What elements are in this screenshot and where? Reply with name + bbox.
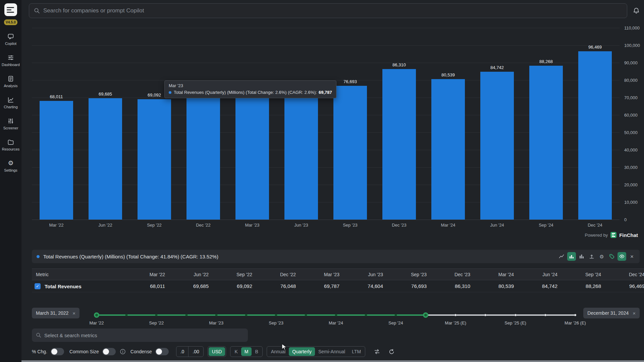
range-dot	[305, 314, 307, 316]
range-dot	[335, 314, 337, 316]
metric-value-cell: 69,787	[302, 280, 345, 292]
sidebar-item-screener[interactable]: Screener	[0, 118, 21, 130]
sidebar-item-dashboard[interactable]: Dashboard	[0, 54, 21, 67]
bar-value-label: 68,011	[50, 94, 63, 99]
column-header: Jun '22	[171, 269, 215, 280]
bar-value-label: 96,469	[588, 45, 602, 50]
refresh-icon[interactable]	[389, 349, 394, 355]
range-ticks: Mar '22Sep '22Mar '23Sep '23Mar '24Sep '…	[97, 320, 575, 326]
row-checkbox-checked[interactable]: ✓	[35, 283, 41, 289]
range-handle-start[interactable]	[94, 312, 99, 318]
range-handle-end[interactable]	[423, 312, 428, 318]
revenue-bar[interactable]	[333, 86, 367, 220]
column-header: Metric	[32, 269, 127, 280]
column-header: Mar '24	[476, 269, 520, 280]
screener-icon	[7, 118, 14, 124]
revenue-bar[interactable]	[235, 98, 269, 220]
tooltip-title: Mar '23	[169, 83, 332, 88]
notifications-bell-icon[interactable]	[633, 7, 640, 14]
close-icon[interactable]: ×	[72, 311, 75, 316]
plot-area: 68,01169,68569,09276,04869,78774,60476,6…	[32, 28, 620, 220]
range-tick-label: Sep '25 (E)	[504, 320, 526, 325]
range-start-pill[interactable]: March 31, 2022 ×	[32, 308, 79, 318]
bar-value-label: 84,742	[490, 65, 504, 70]
sidebar-item-charting[interactable]: Charting	[0, 97, 21, 109]
x-axis-tick: Jun '23	[277, 223, 326, 228]
range-end-pill[interactable]: December 31, 2024 ×	[583, 308, 640, 318]
decimal-one-button[interactable]: .0	[176, 347, 189, 357]
revenue-bar[interactable]	[480, 72, 514, 220]
bar-chart-icon[interactable]	[567, 252, 576, 261]
metric-value-cell: 74,604	[345, 280, 389, 292]
scale-b-button[interactable]: B	[252, 347, 261, 356]
bar-slot: 86,310	[375, 28, 424, 220]
period-quarterly-button[interactable]: Quarterly	[289, 347, 315, 356]
series-label: Total Revenues (Quarterly) (Millions) (T…	[43, 254, 218, 259]
revenue-bar[interactable]	[382, 69, 416, 220]
column-header: Mar '23	[302, 269, 345, 280]
global-search[interactable]	[29, 3, 627, 18]
sidebar-item-resources[interactable]: Resources	[0, 139, 21, 151]
currency-usd-button[interactable]: USD	[209, 347, 225, 356]
sidebar-item-copilot[interactable]: Copilot	[0, 33, 21, 46]
scale-m-button[interactable]: M	[241, 347, 252, 356]
app-logo[interactable]	[4, 3, 17, 16]
bar-value-label: 76,693	[343, 79, 357, 84]
metric-value-cell: 96,469	[607, 280, 644, 292]
column-chart-icon[interactable]	[577, 252, 586, 261]
range-dot	[574, 314, 577, 316]
range-dot	[365, 314, 367, 316]
bar-slot: 84,742	[473, 28, 522, 220]
info-icon[interactable]	[120, 349, 126, 355]
range-dot	[394, 314, 397, 316]
axis-scale-icon[interactable]	[587, 252, 596, 261]
bottom-scrollbar[interactable]	[0, 360, 644, 362]
sidebar-item-settings[interactable]: ⚙ Settings	[0, 160, 21, 172]
chart-tooltip: Mar '23 Total Revenues (Quarterly) (Mill…	[164, 80, 336, 98]
global-search-input[interactable]	[43, 7, 622, 14]
decimal-two-button[interactable]: .00	[188, 347, 203, 357]
period-semi-annual-button[interactable]: Semi-Annual	[315, 347, 348, 356]
metric-value-cell: 76,693	[389, 280, 433, 292]
eye-icon[interactable]	[618, 252, 626, 261]
revenue-bar[interactable]	[89, 98, 122, 220]
y-axis-tick: 50,000	[620, 130, 638, 135]
sidebar-nav: Copilot Dashboard Analysis Charting Scre…	[0, 33, 21, 172]
tooltip-label: Total Revenues (Quarterly) (Millions) (T…	[174, 90, 317, 95]
metric-value-cell: 68,011	[127, 280, 171, 292]
range-tick-label: Sep '24	[388, 320, 403, 325]
period-ltm-button[interactable]: LTM	[348, 347, 364, 356]
metric-search[interactable]	[32, 328, 248, 342]
series-actions: ⚙ ×	[557, 252, 636, 261]
range-tick-label: Mar '22	[90, 320, 104, 325]
range-track[interactable]	[97, 314, 575, 316]
pct-chg-toggle[interactable]	[51, 348, 64, 355]
table-header-row: MetricMar '22Jun '22Sep '22Dec '22Mar '2…	[32, 269, 644, 280]
revenue-bar[interactable]	[186, 87, 220, 220]
revenue-chart: 68,01169,68569,09276,04869,78774,60476,6…	[21, 21, 644, 231]
x-axis-tick: Sep '22	[130, 223, 179, 228]
revenue-bar[interactable]	[40, 101, 73, 220]
bar-slot: 69,685	[81, 28, 130, 220]
common-size-toggle[interactable]	[102, 348, 116, 355]
close-icon[interactable]: ×	[628, 252, 636, 261]
condense-toggle[interactable]	[155, 348, 169, 355]
sidebar-item-label: Screener	[3, 126, 18, 130]
tag-icon[interactable]	[607, 252, 616, 261]
y-axis-tick: 90,000	[620, 60, 638, 65]
revenue-bar[interactable]	[284, 89, 318, 220]
close-icon[interactable]: ×	[633, 311, 636, 316]
scale-k-button[interactable]: K	[231, 347, 241, 356]
revenue-bar[interactable]	[138, 99, 171, 220]
series-settings-gear-icon[interactable]: ⚙	[597, 252, 606, 261]
revenue-bar[interactable]	[529, 66, 563, 220]
table-row[interactable]: ✓Total Revenues68,01169,68569,09276,0486…	[32, 280, 644, 292]
line-chart-icon[interactable]	[557, 252, 566, 261]
revenue-bar[interactable]	[578, 51, 612, 220]
metric-search-input[interactable]	[44, 333, 244, 338]
sidebar-item-analysis[interactable]: Analysis	[0, 75, 21, 88]
revenue-bar[interactable]	[431, 79, 465, 220]
x-axis-tick: Mar '22	[32, 223, 81, 228]
range-dot	[275, 314, 277, 316]
swap-axes-icon[interactable]	[374, 349, 380, 354]
